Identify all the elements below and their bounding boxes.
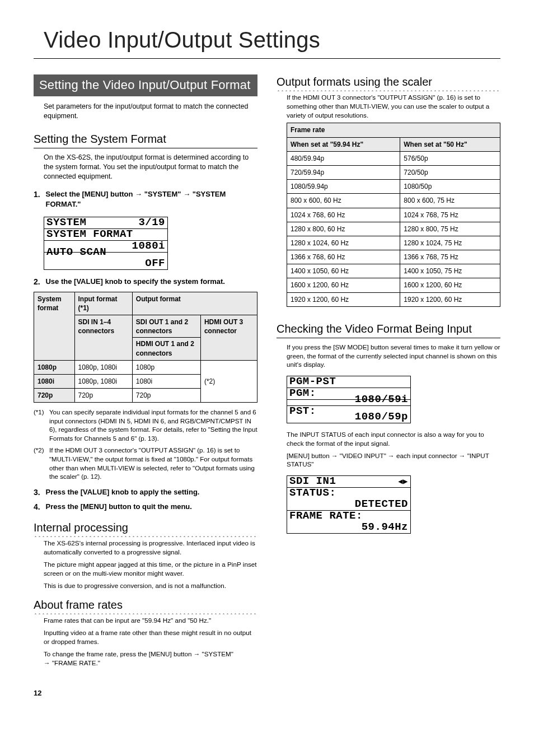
text-part: To change the frame rate, press the [MEN… bbox=[44, 650, 194, 657]
lcd-value: OFF bbox=[44, 258, 167, 269]
text-part: "SYSTEM" bbox=[202, 650, 233, 657]
table-cell: 1280 x 1024, 60 Hz bbox=[287, 236, 400, 250]
lcd-value: 3/19 bbox=[136, 217, 167, 228]
step-number: 1. bbox=[34, 189, 44, 200]
paragraph: The picture might appear jagged at this … bbox=[44, 560, 257, 578]
table-header: System format bbox=[34, 292, 75, 360]
paragraph: [MENU] button → "VIDEO INPUT" → each inp… bbox=[287, 451, 500, 469]
table-cell: 1080p bbox=[34, 360, 75, 374]
step-number: 3. bbox=[34, 487, 44, 498]
table-header: SDI OUT 1 and 2 connectors HDMI OUT 1 an… bbox=[132, 315, 200, 361]
table-cell: (*2) bbox=[200, 360, 257, 403]
table-row: 1024 x 768, 60 Hz1024 x 768, 75 Hz bbox=[287, 208, 500, 222]
heading-text: Output formats using the scaler bbox=[277, 76, 435, 88]
lcd-line: SYSTEM bbox=[44, 217, 88, 228]
step-text: Select the [MENU] button → "SYSTEM" → "S… bbox=[45, 189, 257, 209]
page-number: 12 bbox=[34, 688, 500, 698]
footnote-key: (*1) bbox=[34, 408, 49, 443]
arrow-icon: → bbox=[135, 190, 142, 198]
table-header-line: SDI OUT 1 and 2 connectors bbox=[136, 318, 197, 335]
paragraph: To change the frame rate, press the [MEN… bbox=[44, 650, 257, 668]
table-cell: 720p bbox=[74, 389, 132, 403]
arrow-icon: → bbox=[459, 452, 466, 459]
heading-internal-processing: Internal processing bbox=[34, 520, 257, 535]
table-cell: 720p bbox=[132, 389, 200, 403]
lcd-line: SYSTEM FORMAT bbox=[44, 229, 135, 240]
step-number: 2. bbox=[34, 277, 44, 287]
frame-rate-table: Frame rate When set at "59.94 Hz" When s… bbox=[287, 123, 500, 306]
table-cell: 1920 x 1200, 60 Hz bbox=[287, 292, 400, 306]
table-cell: 1920 x 1200, 60 Hz bbox=[400, 292, 500, 306]
table-cell: 1080/59.94p bbox=[287, 180, 400, 194]
table-cell: 720/50p bbox=[400, 165, 500, 179]
table-row: 1366 x 768, 60 Hz1366 x 768, 75 Hz bbox=[287, 250, 500, 264]
table-row: 1280 x 800, 60 Hz1280 x 800, 75 Hz bbox=[287, 222, 500, 236]
table-cell: 1280 x 800, 75 Hz bbox=[400, 222, 500, 236]
table-cell: 1024 x 768, 60 Hz bbox=[287, 208, 400, 222]
table-cell: 1600 x 1200, 60 Hz bbox=[287, 278, 400, 292]
paragraph: The XS-62S's internal processing is prog… bbox=[44, 539, 257, 557]
scaler-intro: If the HDMI OUT 3 connector's "OUTPUT AS… bbox=[287, 93, 500, 119]
arrow-icon: → bbox=[44, 659, 50, 666]
table-row: 720/59.94p720/50p bbox=[287, 165, 500, 179]
arrow-icon: → bbox=[331, 452, 338, 459]
table-header: When set at "59.94 Hz" bbox=[287, 137, 400, 151]
table-cell: 800 x 600, 60 Hz bbox=[287, 194, 400, 208]
text-part: "VIDEO INPUT" bbox=[340, 452, 388, 459]
table-header: Frame rate bbox=[287, 123, 500, 137]
footnotes: (*1) You can specify separate individual… bbox=[34, 408, 257, 481]
table-cell: 1400 x 1050, 75 Hz bbox=[400, 264, 500, 278]
paragraph: This is due to progressive conversion, a… bbox=[44, 581, 257, 590]
checking-intro: If you press the [SW MODE] button severa… bbox=[287, 343, 500, 369]
footnote-text: You can specify separate individual inpu… bbox=[49, 408, 257, 443]
section-banner: Setting the Video Input/Output Format bbox=[34, 74, 257, 96]
table-cell: 1080p, 1080i bbox=[74, 360, 132, 374]
table-header-line: HDMI OUT 1 and 2 connectors bbox=[133, 337, 200, 357]
table-header: When set at "50 Hz" bbox=[400, 137, 500, 151]
table-cell: 1366 x 768, 75 Hz bbox=[400, 250, 500, 264]
table-header: Input format (*1) bbox=[74, 292, 132, 315]
lcd-display-input-status: SDI IN1 ◀▶ STATUS: DETECTED FRAME RATE: … bbox=[287, 475, 411, 534]
lcd-display-pgm-pst: PGM-PST PGM: 1080/59i PST: 1080/59p bbox=[287, 376, 411, 423]
table-cell: 1024 x 768, 75 Hz bbox=[400, 208, 500, 222]
step-3: 3. Press the [VALUE] knob to apply the s… bbox=[34, 487, 257, 498]
paragraph: The INPUT STATUS of each input connector… bbox=[287, 430, 500, 448]
table-cell: 720/59.94p bbox=[287, 165, 400, 179]
table-row: 480/59.94p576/50p bbox=[287, 151, 500, 165]
page-title-bar: Video Input/Output Settings bbox=[34, 22, 500, 59]
lcd-value: DETECTED bbox=[287, 499, 410, 510]
heading-text: About frame rates bbox=[34, 599, 126, 611]
table-cell: 1600 x 1200, 60 Hz bbox=[400, 278, 500, 292]
footnote: (*2) If the HDMI OUT 3 connector's "OUTP… bbox=[34, 446, 257, 481]
step-4: 4. Press the [MENU] button to quit the m… bbox=[34, 502, 257, 512]
table-cell: 1280 x 800, 60 Hz bbox=[287, 222, 400, 236]
step-text: Press the [VALUE] knob to apply the sett… bbox=[45, 487, 257, 497]
lcd-line: AUTO SCAN bbox=[44, 247, 109, 258]
table-cell: 576/50p bbox=[400, 151, 500, 165]
table-cell: 1400 x 1050, 60 Hz bbox=[287, 264, 400, 278]
table-cell: 1080i bbox=[132, 375, 200, 389]
text-part: "FRAME RATE." bbox=[52, 659, 100, 666]
table-header: HDMI OUT 3 connector bbox=[200, 315, 257, 361]
table-row: 1400 x 1050, 60 Hz1400 x 1050, 75 Hz bbox=[287, 264, 500, 278]
text-part: each input connector bbox=[396, 452, 459, 459]
footnote: (*1) You can specify separate individual… bbox=[34, 408, 257, 443]
table-cell: 1366 x 768, 60 Hz bbox=[287, 250, 400, 264]
arrow-icon: → bbox=[388, 452, 395, 459]
table-cell: 800 x 600, 75 Hz bbox=[400, 194, 500, 208]
paragraph: Inputting video at a frame rate other th… bbox=[44, 628, 257, 646]
text-part: [MENU] button bbox=[287, 452, 331, 459]
table-row: 1920 x 1200, 60 Hz1920 x 1200, 60 Hz bbox=[287, 292, 500, 306]
step-1: 1. Select the [MENU] button → "SYSTEM" →… bbox=[34, 189, 257, 209]
table-cell: 1080i bbox=[34, 375, 75, 389]
table-cell: 1080/50p bbox=[400, 180, 500, 194]
right-column: Output formats using the scaler If the H… bbox=[277, 74, 500, 675]
table-row: 1280 x 1024, 60 Hz1280 x 1024, 75 Hz bbox=[287, 236, 500, 250]
heading-scaler: Output formats using the scaler bbox=[277, 74, 500, 90]
arrow-icon: → bbox=[194, 650, 200, 657]
system-format-table: System format Input format (*1) Output f… bbox=[34, 292, 257, 403]
table-row: 1080/59.94p1080/50p bbox=[287, 180, 500, 194]
page-title: Video Input/Output Settings bbox=[34, 22, 500, 58]
lcd-value: 1080/59i bbox=[287, 394, 410, 405]
table-header: Output format bbox=[132, 292, 257, 315]
